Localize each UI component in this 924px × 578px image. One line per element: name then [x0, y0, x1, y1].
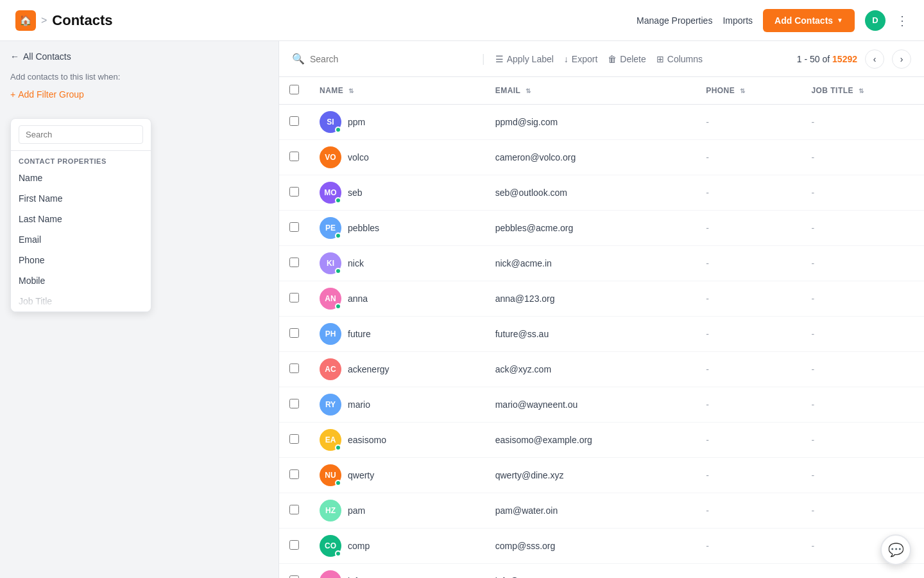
dropdown-item-job-title[interactable]: Job Title — [11, 291, 151, 311]
dropdown-item-last-name[interactable]: Last Name — [11, 209, 151, 229]
dropdown-item-email[interactable]: Email — [11, 229, 151, 250]
prev-page-button[interactable]: ‹ — [865, 49, 884, 69]
contact-name[interactable]: anna — [348, 293, 368, 304]
row-checkbox[interactable] — [289, 187, 299, 197]
row-checkbox[interactable] — [289, 258, 299, 267]
dropdown-item-mobile[interactable]: Mobile — [11, 270, 151, 291]
email-column-header[interactable]: EMAIL ⇅ — [485, 77, 696, 105]
contact-name[interactable]: pebbles — [348, 223, 379, 233]
table-row[interactable]: SI ppm ppmd@sig.com - - — [279, 105, 924, 140]
avatar-initials: EA — [325, 435, 336, 444]
table-row[interactable]: AC ackenergy ack@xyz.com - - — [279, 352, 924, 387]
contact-email: mario@wayneent.ou — [495, 399, 578, 410]
contacts-table: NAME ⇅ EMAIL ⇅ PHONE ⇅ JOB TITLE ⇅ — [279, 77, 924, 578]
search-input[interactable] — [310, 54, 472, 64]
row-checkbox[interactable] — [289, 152, 299, 161]
columns-button[interactable]: ⊞ Columns — [656, 54, 703, 64]
contact-name[interactable]: qwerty — [348, 470, 374, 480]
email-cell: ppmd@sig.com — [485, 105, 696, 140]
row-checkbox[interactable] — [289, 399, 299, 408]
row-checkbox[interactable] — [289, 363, 299, 373]
job-title-cell: - — [801, 423, 924, 458]
name-column-header[interactable]: NAME ⇅ — [309, 77, 485, 105]
email-cell: easisomo@example.org — [485, 423, 696, 458]
row-checkbox[interactable] — [289, 116, 299, 126]
home-icon[interactable]: 🏠 — [15, 10, 36, 31]
row-checkbox[interactable] — [289, 575, 299, 578]
row-checkbox[interactable] — [289, 434, 299, 444]
contact-name[interactable]: future — [348, 329, 371, 339]
row-checkbox-cell — [279, 493, 309, 529]
table-row[interactable]: AN info info@acme.com - - — [279, 564, 924, 579]
contact-name[interactable]: mario — [348, 399, 370, 410]
chat-bubble-button[interactable]: 💬 — [880, 534, 911, 565]
contact-cell: AN info — [320, 570, 475, 578]
contact-cell: SI ppm — [320, 111, 475, 133]
job-title-cell: - — [801, 564, 924, 579]
contact-name[interactable]: comp — [348, 541, 370, 551]
dropdown-item-first-name[interactable]: First Name — [11, 188, 151, 209]
contact-name[interactable]: ackenergy — [348, 364, 389, 374]
table-row[interactable]: AN anna anna@123.org - - — [279, 281, 924, 317]
apply-label-button[interactable]: ☰ Apply Label — [495, 54, 554, 64]
export-button[interactable]: ↓ Export — [564, 54, 597, 64]
contact-phone: - — [706, 364, 709, 374]
contact-name[interactable]: volco — [348, 152, 369, 162]
contact-job-title: - — [811, 258, 814, 268]
contact-phone: - — [706, 188, 709, 198]
phone-column-header[interactable]: PHONE ⇅ — [696, 77, 801, 105]
dropdown-items-list: Name First Name Last Name Email Phone Mo… — [11, 168, 151, 311]
contact-name[interactable]: nick — [348, 258, 364, 268]
name-cell: KI nick — [309, 246, 485, 281]
table-row[interactable]: MO seb seb@outlook.com - - — [279, 175, 924, 211]
table-row[interactable]: VO volco cameron@volco.org - - — [279, 140, 924, 175]
phone-cell: - — [696, 529, 801, 564]
contact-avatar: AC — [320, 358, 341, 380]
table-row[interactable]: PH future future@ss.au - - — [279, 317, 924, 352]
apply-label-text: Apply Label — [507, 54, 554, 64]
contact-cell: PE pebbles — [320, 217, 475, 239]
table-row[interactable]: PE pebbles pebbles@acme.org - - — [279, 211, 924, 246]
export-label: Export — [572, 54, 597, 64]
contact-phone: - — [706, 435, 709, 445]
back-link[interactable]: ← All Contacts — [10, 51, 268, 62]
table-row[interactable]: RY mario mario@wayneent.ou - - — [279, 387, 924, 423]
row-checkbox[interactable] — [289, 328, 299, 338]
delete-button[interactable]: 🗑 Delete — [608, 54, 646, 64]
table-row[interactable]: HZ pam pam@water.oin - - — [279, 493, 924, 529]
more-options-button[interactable]: ⋮ — [896, 13, 909, 28]
add-filter-group-button[interactable]: + Add Filter Group — [10, 89, 268, 100]
select-all-checkbox[interactable] — [289, 85, 299, 94]
dropdown-search-container — [11, 119, 151, 151]
contact-name[interactable]: easisomo — [348, 435, 386, 445]
online-indicator — [335, 444, 341, 451]
imports-button[interactable]: Imports — [723, 15, 753, 26]
contact-name[interactable]: seb — [348, 188, 363, 198]
table-row[interactable]: CO comp comp@sss.org - - — [279, 529, 924, 564]
manage-properties-button[interactable]: Manage Properties — [637, 15, 712, 26]
name-sort-icon: ⇅ — [348, 87, 354, 94]
dropdown-item-name[interactable]: Name — [11, 168, 151, 188]
row-checkbox[interactable] — [289, 540, 299, 550]
row-checkbox[interactable] — [289, 505, 299, 514]
row-checkbox[interactable] — [289, 222, 299, 232]
name-cell: VO volco — [309, 140, 485, 175]
email-cell: anna@123.org — [485, 281, 696, 317]
contact-avatar: MO — [320, 182, 341, 204]
dropdown-search-input[interactable] — [19, 125, 143, 144]
name-cell: EA easisomo — [309, 423, 485, 458]
job-title-column-header[interactable]: JOB TITLE ⇅ — [801, 77, 924, 105]
avatar-initials: RY — [325, 400, 336, 409]
add-contacts-button[interactable]: Add Contacts ▼ — [763, 9, 855, 32]
contact-name[interactable]: ppm — [348, 117, 365, 127]
table-row[interactable]: KI nick nick@acme.in - - — [279, 246, 924, 281]
row-checkbox[interactable] — [289, 293, 299, 302]
next-page-button[interactable]: › — [892, 49, 911, 69]
table-row[interactable]: NU qwerty qwerty@dine.xyz - - — [279, 458, 924, 493]
dropdown-item-phone[interactable]: Phone — [11, 250, 151, 270]
row-checkbox[interactable] — [289, 469, 299, 479]
table-row[interactable]: EA easisomo easisomo@example.org - - — [279, 423, 924, 458]
avatar-initials: CO — [325, 541, 336, 550]
contact-name[interactable]: pam — [348, 505, 365, 516]
email-cell: seb@outlook.com — [485, 175, 696, 211]
